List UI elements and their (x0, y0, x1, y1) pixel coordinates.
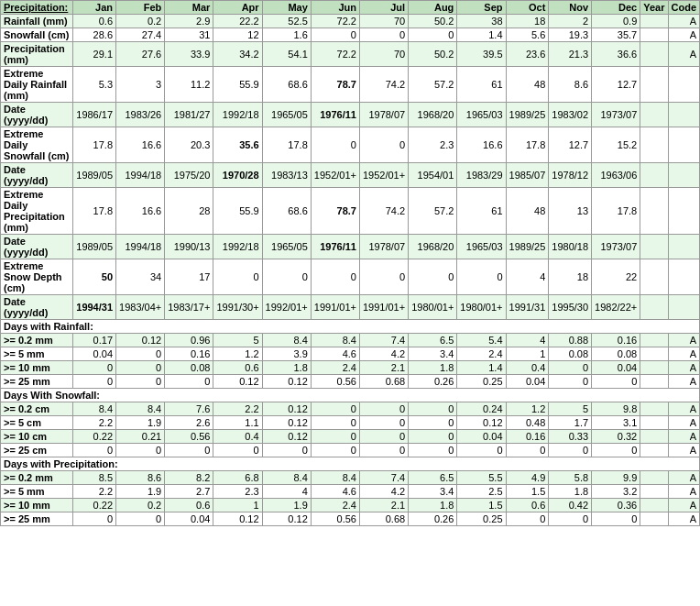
cell-value: 0 (213, 444, 262, 457)
section-header: Days With Snowfall: (1, 389, 700, 402)
row-label: >= 25 cm (1, 444, 73, 457)
cell-value: 1986/17 (73, 103, 116, 127)
col-header-year: Year (640, 1, 668, 15)
col-header-apr: Apr (213, 1, 262, 15)
col-header-aug: Aug (409, 1, 457, 15)
cell-value: 0.25 (457, 512, 506, 526)
row-label: Extreme Daily Snowfall (cm) (1, 127, 73, 163)
col-header-jan: Jan (73, 1, 116, 15)
row-label: >= 5 mm (1, 485, 73, 499)
cell-value: 1983/17+ (165, 295, 213, 320)
cell-value: 1992/18 (213, 103, 262, 127)
cell-value: 2.2 (73, 485, 116, 499)
cell-value: 17.8 (73, 188, 116, 235)
cell-value: 0 (506, 444, 549, 457)
cell-value: 0 (359, 259, 408, 295)
cell-value: 20.3 (165, 127, 213, 163)
section-header: Days with Rainfall: (1, 320, 700, 334)
col-header-feb: Feb (116, 1, 165, 15)
cell-value (640, 334, 668, 347)
cell-value: 0.12 (213, 375, 262, 389)
cell-value: 2.2 (73, 416, 116, 430)
row-label: Date (yyyy/dd) (1, 103, 73, 127)
cell-value: 1994/31 (73, 295, 116, 320)
cell-value: 5 (213, 334, 262, 347)
cell-value (640, 295, 668, 320)
cell-value: 16.6 (457, 127, 506, 163)
cell-value: 6.5 (409, 334, 457, 347)
cell-value: 0.04 (165, 512, 213, 526)
cell-value: A (668, 42, 700, 67)
cell-value: 1965/03 (457, 235, 506, 259)
cell-value: 0 (457, 444, 506, 457)
cell-value: A (668, 430, 700, 444)
cell-value: 0.68 (359, 375, 408, 389)
cell-value: 1989/05 (73, 163, 116, 188)
cell-value: 0 (549, 444, 592, 457)
cell-value: 3.1 (592, 416, 640, 430)
cell-value: 1.8 (409, 361, 457, 375)
cell-value: 13 (549, 188, 592, 235)
cell-value: 0.16 (592, 334, 640, 347)
cell-value: A (668, 485, 700, 499)
cell-value: 9.9 (592, 471, 640, 485)
cell-value: 55.9 (213, 67, 262, 103)
cell-value: 8.6 (549, 67, 592, 103)
cell-value: 1978/07 (359, 235, 408, 259)
cell-value: 0 (409, 430, 457, 444)
cell-value (640, 188, 668, 235)
cell-value: 1991/01+ (359, 295, 408, 320)
col-header-code: Code (668, 1, 700, 15)
cell-value: 48 (506, 67, 549, 103)
cell-value: 6.8 (213, 471, 262, 485)
cell-value: 0 (359, 416, 408, 430)
cell-value: 0.2 (116, 15, 165, 28)
cell-value (668, 67, 700, 103)
cell-value: 0.6 (213, 361, 262, 375)
cell-value: 1978/07 (359, 103, 408, 127)
cell-value: 0.6 (506, 499, 549, 512)
cell-value: 1982/22+ (592, 295, 640, 320)
cell-value: 0 (73, 512, 116, 526)
cell-value: 5.6 (506, 28, 549, 42)
cell-value: 8.4 (262, 471, 311, 485)
cell-value: 16.6 (116, 188, 165, 235)
cell-value: 57.2 (409, 67, 457, 103)
cell-value: 1989/05 (73, 235, 116, 259)
cell-value: A (668, 499, 700, 512)
cell-value: 0.68 (359, 512, 408, 526)
cell-value: 1970/28 (213, 163, 262, 188)
cell-value: 17.8 (592, 188, 640, 235)
cell-value: 0.12 (116, 334, 165, 347)
cell-value: 12.7 (549, 127, 592, 163)
cell-value: A (668, 15, 700, 28)
cell-value: 0 (165, 375, 213, 389)
cell-value: 0.12 (213, 512, 262, 526)
cell-value: 4 (506, 334, 549, 347)
cell-value: 8.4 (311, 471, 359, 485)
cell-value: 0.6 (165, 499, 213, 512)
cell-value: 0 (549, 361, 592, 375)
row-label: >= 10 mm (1, 499, 73, 512)
cell-value: 0.4 (506, 361, 549, 375)
cell-value: 1989/25 (506, 235, 549, 259)
cell-value: 70 (359, 42, 408, 67)
cell-value: 0.22 (73, 499, 116, 512)
cell-value: 3.2 (592, 485, 640, 499)
cell-value: 1.8 (262, 361, 311, 375)
cell-value: 0.88 (549, 334, 592, 347)
cell-value: 0.42 (549, 499, 592, 512)
row-label: >= 5 mm (1, 347, 73, 361)
cell-value: 55.9 (213, 188, 262, 235)
cell-value: 0.17 (73, 334, 116, 347)
cell-value: 0 (116, 375, 165, 389)
cell-value (640, 127, 668, 163)
cell-value: 21.3 (549, 42, 592, 67)
row-label: >= 25 mm (1, 512, 73, 526)
cell-value: 3 (116, 67, 165, 103)
cell-value: 68.6 (262, 67, 311, 103)
cell-value: 1983/29 (457, 163, 506, 188)
row-label: Extreme Snow Depth (cm) (1, 259, 73, 295)
cell-value: 1991/30+ (213, 295, 262, 320)
cell-value: A (668, 375, 700, 389)
